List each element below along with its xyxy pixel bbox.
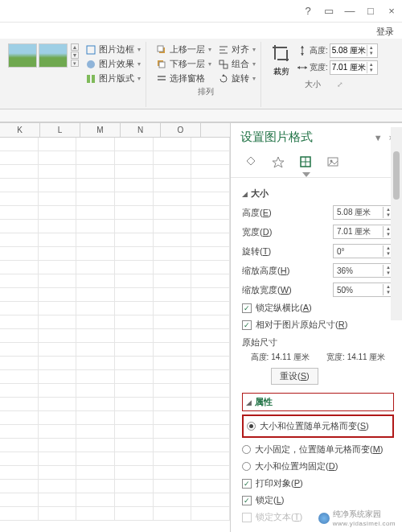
watermark-name: 纯净系统家园 (333, 509, 396, 520)
crop-icon (271, 43, 292, 64)
send-backward-icon (156, 59, 167, 70)
section-properties-header[interactable]: ◢属性 (242, 393, 394, 411)
spin-down-icon[interactable]: ▼ (367, 51, 375, 56)
align-button[interactable]: 对齐▾ (218, 43, 256, 56)
locked-checkbox[interactable]: ✓锁定(L) (242, 492, 394, 509)
bring-forward-button[interactable]: 上移一层▾ (156, 43, 211, 56)
svg-marker-18 (301, 53, 304, 56)
selection-pane-icon (156, 73, 167, 85)
title-bar: ? ▭ — □ × (0, 0, 402, 23)
spin-up-icon[interactable]: ▲ (367, 62, 375, 68)
reset-button[interactable]: 重设(S) (271, 368, 318, 385)
opt-move-and-size-radio[interactable]: 大小和位置随单元格而变(S) (247, 418, 389, 435)
original-size-label: 原始尺寸 (242, 333, 394, 350)
scale-height-input[interactable]: 36%▲▼ (333, 263, 394, 278)
close-icon[interactable]: × (386, 6, 397, 17)
send-backward-button[interactable]: 下移一层▾ (156, 58, 211, 70)
checkbox-icon: ✓ (242, 320, 252, 330)
original-size-values: 高度: 14.11 厘米 宽度: 14.11 厘米 (242, 350, 394, 365)
radio-icon (247, 422, 256, 431)
send-backward-label: 下移一层 (170, 58, 205, 70)
spin-up-icon[interactable]: ▲ (367, 45, 375, 51)
height-input[interactable]: 5.08 厘米▲▼ (333, 205, 394, 220)
arrange-group-title: 排列 (156, 86, 256, 97)
opt-move-and-size-label: 大小和位置随单元格而变(S) (260, 420, 369, 432)
expand-icon: ◢ (242, 190, 248, 198)
ribbon-options-icon[interactable]: ▭ (323, 6, 334, 17)
scale-width-label: 缩放宽度(W) (242, 284, 292, 296)
ribbon-width-input[interactable]: 7.01 厘米▲▼ (330, 60, 378, 75)
width-input[interactable]: 7.01 厘米▲▼ (333, 225, 394, 239)
svg-rect-5 (158, 46, 163, 52)
scale-width-value: 50% (334, 286, 383, 295)
style-thumb-2[interactable] (39, 43, 68, 68)
lock-aspect-checkbox[interactable]: ✓锁定纵横比(A) (242, 299, 394, 316)
relative-original-checkbox[interactable]: ✓相对于图片原始尺寸(R) (242, 316, 394, 333)
vertical-scrollbar[interactable] (391, 127, 402, 320)
formula-bar-area (0, 109, 402, 122)
dialog-launcher-icon[interactable]: ⤢ (337, 80, 343, 89)
spin-down-icon[interactable]: ▼ (367, 68, 375, 73)
pane-menu-icon[interactable]: ▼ (374, 133, 383, 142)
svg-marker-17 (301, 46, 304, 48)
scrollbar-thumb[interactable] (393, 151, 400, 200)
col-header[interactable]: N (121, 123, 161, 137)
col-header[interactable]: M (80, 123, 121, 137)
col-header[interactable]: K (0, 123, 40, 137)
locked-label: 锁定(L) (256, 494, 284, 506)
picture-layout-label: 图片版式 (99, 72, 134, 85)
svg-rect-2 (87, 75, 90, 83)
group-icon (218, 59, 229, 70)
selection-pane-button[interactable]: 选择窗格 (156, 72, 211, 85)
tab-size-icon[interactable] (297, 153, 314, 171)
col-header[interactable]: L (40, 123, 80, 137)
ribbon-height-input[interactable]: 5.08 厘米▲▼ (330, 43, 378, 58)
picture-effects-label: 图片效果 (99, 58, 134, 70)
worksheet-grid[interactable]: K L M N O (0, 123, 230, 532)
help-icon[interactable]: ? (302, 6, 314, 17)
layout-icon (85, 73, 96, 85)
align-icon (218, 44, 229, 56)
crop-button[interactable]: 裁剪 (271, 43, 292, 77)
tab-fill-icon[interactable] (242, 153, 260, 171)
arrange-group: 上移一层▾ 下移一层▾ 选择窗格 对齐▾ 组合▾ (151, 42, 261, 107)
minimize-icon[interactable]: — (344, 6, 355, 17)
format-picture-pane: 设置图片格式 ▼ × ◢大小 高度(E) 5.08 厘米▲▼ 宽度(D) 7.0… (230, 123, 402, 532)
pane-title: 设置图片格式 (240, 130, 313, 145)
selection-pane-label: 选择窗格 (170, 72, 205, 85)
print-object-checkbox[interactable]: ✓打印对象(P) (242, 475, 394, 492)
tab-picture-icon[interactable] (324, 153, 342, 171)
svg-marker-21 (305, 66, 307, 69)
svg-marker-20 (297, 66, 300, 69)
svg-rect-8 (158, 76, 166, 77)
gallery-up-icon[interactable]: ▲ (71, 43, 79, 51)
ribbon-width-value: 7.01 厘米 (332, 62, 366, 73)
gallery-more-icon[interactable]: ▾ (71, 60, 79, 67)
style-thumb-1[interactable] (8, 43, 37, 68)
gallery-down-icon[interactable]: ▼ (71, 52, 79, 59)
picture-border-button[interactable]: 图片边框▾ (85, 43, 141, 56)
scale-width-input[interactable]: 50%▲▼ (333, 282, 394, 297)
group-button[interactable]: 组合▾ (218, 58, 256, 70)
picture-border-label: 图片边框 (99, 43, 134, 56)
tab-effects-icon[interactable] (269, 153, 287, 171)
svg-rect-3 (92, 75, 95, 83)
rotate-button[interactable]: 旋转▾ (218, 72, 256, 85)
width-value: 7.01 厘米 (334, 226, 383, 237)
picture-effects-button[interactable]: 图片效果▾ (85, 58, 141, 70)
ribbon: ▲ ▼ ▾ 图片边框▾ 图片效果▾ 图片版式▾ (0, 39, 402, 109)
effects-icon (85, 59, 96, 70)
opt-move-no-size-radio[interactable]: 大小固定，位置随单元格而变(M) (242, 441, 394, 458)
section-textbox-header[interactable]: ▷文本框 (242, 529, 394, 532)
rotation-input[interactable]: 0°▲▼ (333, 244, 394, 258)
checkbox-icon (242, 513, 252, 522)
svg-marker-22 (273, 157, 284, 167)
col-header[interactable]: O (161, 123, 201, 137)
restore-icon[interactable]: □ (365, 6, 376, 17)
opt-no-move-radio[interactable]: 大小和位置均固定(D) (242, 458, 394, 475)
picture-layout-button[interactable]: 图片版式▾ (85, 72, 141, 85)
login-link[interactable]: 登录 (0, 23, 402, 39)
svg-rect-0 (87, 46, 95, 54)
section-size-header[interactable]: ◢大小 (242, 184, 394, 203)
section-properties-label: 属性 (255, 396, 273, 408)
